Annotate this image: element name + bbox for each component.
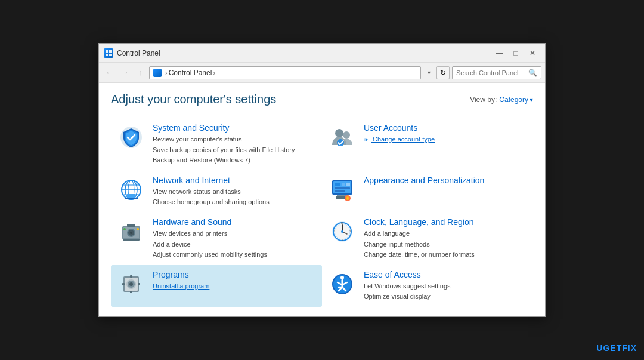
user-accounts-link1[interactable]: Change account type <box>364 134 527 145</box>
search-box[interactable]: 🔍 <box>452 66 541 79</box>
up-button[interactable]: ↑ <box>134 66 147 79</box>
svg-rect-20 <box>342 183 345 186</box>
clock-language-text: Clock, Language, and Region Add a langua… <box>364 217 527 260</box>
breadcrumb: › Control Panel › <box>153 69 417 77</box>
clock-language-name[interactable]: Clock, Language, and Region <box>364 217 527 227</box>
search-icon: 🔍 <box>528 69 537 77</box>
back-button[interactable]: ← <box>103 66 116 79</box>
network-internet-text: Network and Internet View network status… <box>153 176 316 208</box>
ease-access-text: Ease of Access Let Windows suggest setti… <box>364 270 527 302</box>
svg-point-52 <box>129 282 133 286</box>
appearance-name[interactable]: Appearance and Personalization <box>364 176 527 185</box>
window-title: Control Panel <box>117 49 491 57</box>
watermark-text1: UG <box>596 343 610 353</box>
programs-name[interactable]: Programs <box>153 270 316 279</box>
control-panel-window: Control Panel — □ ✕ ← → ↑ › Control Pane… <box>98 43 546 317</box>
hardware-sound-text: Hardware and Sound View devices and prin… <box>153 217 316 260</box>
clock-language-desc1: Add a language <box>364 229 527 239</box>
hardware-sound-desc1: View devices and printers <box>153 229 316 239</box>
svg-rect-0 <box>106 50 108 53</box>
clock-language-desc2: Change input methods <box>364 239 527 250</box>
breadcrumb-icon <box>153 69 162 77</box>
search-input[interactable] <box>456 69 526 76</box>
view-by-dropdown[interactable]: Category ▾ <box>499 96 533 104</box>
hardware-sound-icon <box>117 217 145 246</box>
categories-grid: System and Security Review your computer… <box>111 118 533 307</box>
svg-point-59 <box>340 276 344 279</box>
svg-rect-15 <box>127 194 135 198</box>
network-internet-icon <box>117 176 145 204</box>
programs-link1[interactable]: Uninstall a program <box>153 281 316 292</box>
svg-rect-3 <box>109 54 112 56</box>
category-ease-access[interactable]: Ease of Access Let Windows suggest setti… <box>322 265 533 307</box>
network-internet-name[interactable]: Network and Internet <box>153 176 316 185</box>
clock-language-desc3: Change date, time, or number formats <box>364 250 527 260</box>
system-security-icon <box>117 123 145 152</box>
system-security-desc1: Review your computer's status <box>153 134 316 145</box>
svg-point-43 <box>341 230 343 233</box>
category-clock-language[interactable]: 12 3 6 9 Clock, Language, and Region Add… <box>322 213 533 265</box>
ease-access-name[interactable]: Ease of Access <box>364 270 527 279</box>
svg-rect-56 <box>138 283 140 285</box>
svg-text:12: 12 <box>341 221 344 224</box>
svg-rect-55 <box>122 283 125 285</box>
category-hardware-sound[interactable]: Hardware and Sound View devices and prin… <box>111 213 322 265</box>
category-network-internet[interactable]: Network and Internet View network status… <box>111 171 322 213</box>
category-system-security[interactable]: System and Security Review your computer… <box>111 118 322 171</box>
watermark-accent: E <box>610 343 616 353</box>
watermark-text2: TFIX <box>617 343 637 353</box>
hardware-sound-desc2: Add a device <box>153 239 316 250</box>
watermark: UGETFIX <box>596 343 637 353</box>
ease-access-desc2: Optimize visual display <box>364 291 527 302</box>
page-header: Adjust your computer's settings View by:… <box>111 93 533 106</box>
svg-rect-1 <box>109 50 112 53</box>
svg-rect-35 <box>123 239 140 241</box>
hardware-sound-desc3: Adjust commonly used mobility settings <box>153 250 316 260</box>
category-user-accounts[interactable]: User Accounts Change account type <box>322 118 533 171</box>
hardware-sound-name[interactable]: Hardware and Sound <box>153 217 316 227</box>
svg-point-6 <box>343 131 350 139</box>
svg-rect-34 <box>127 224 135 227</box>
window-icon <box>104 48 113 58</box>
close-button[interactable]: ✕ <box>525 47 540 59</box>
refresh-button[interactable]: ↻ <box>436 66 450 79</box>
category-appearance[interactable]: Appearance and Personalization <box>322 171 533 213</box>
appearance-text: Appearance and Personalization <box>364 176 527 187</box>
svg-rect-53 <box>130 275 132 278</box>
system-security-desc2: Save backup copies of your files with Fi… <box>153 145 316 156</box>
user-accounts-name[interactable]: User Accounts <box>364 123 527 133</box>
view-by-control: View by: Category ▾ <box>470 96 533 104</box>
user-accounts-text: User Accounts Change account type <box>364 123 527 145</box>
ease-access-desc1: Let Windows suggest settings <box>364 281 527 292</box>
title-bar: Control Panel — □ ✕ <box>99 44 545 63</box>
appearance-icon <box>328 176 357 204</box>
network-internet-desc1: View network status and tasks <box>153 187 316 198</box>
address-dropdown[interactable]: ▾ <box>423 69 434 76</box>
main-content: Adjust your computer's settings View by:… <box>99 83 545 316</box>
window-controls: — □ ✕ <box>491 47 540 59</box>
forward-button[interactable]: → <box>118 66 131 79</box>
view-by-arrow: ▾ <box>530 96 533 104</box>
svg-rect-23 <box>335 190 345 192</box>
view-by-label: View by: <box>470 96 497 104</box>
page-title: Adjust your computer's settings <box>111 93 276 106</box>
address-field[interactable]: › Control Panel › <box>149 66 421 79</box>
svg-point-8 <box>364 138 367 141</box>
minimize-button[interactable]: — <box>491 47 507 59</box>
svg-point-5 <box>335 129 343 137</box>
svg-rect-2 <box>106 54 108 56</box>
svg-rect-19 <box>335 183 340 186</box>
programs-text: Programs Uninstall a program <box>153 270 316 292</box>
breadcrumb-arrow: › <box>213 69 215 76</box>
category-programs[interactable]: Programs Uninstall a program <box>111 265 322 307</box>
svg-rect-21 <box>346 183 350 186</box>
system-security-name[interactable]: System and Security <box>153 123 316 133</box>
maximize-button[interactable]: □ <box>508 47 524 59</box>
breadcrumb-sep: › <box>165 69 168 76</box>
programs-icon <box>117 270 145 299</box>
network-internet-desc2: Choose homegroup and sharing options <box>153 197 316 208</box>
view-by-value-text: Category <box>499 96 528 104</box>
svg-rect-16 <box>125 198 138 199</box>
system-security-text: System and Security Review your computer… <box>153 123 316 166</box>
svg-point-28 <box>347 197 349 199</box>
